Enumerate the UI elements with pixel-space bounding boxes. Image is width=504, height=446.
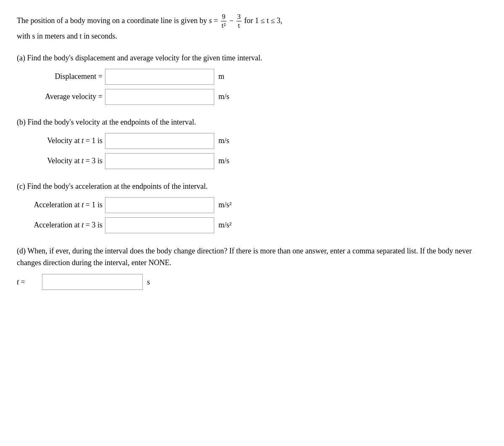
velocity-t3-row: Velocity at t = 3 is m/s	[17, 153, 487, 169]
part-d-title: (d) When, if ever, during the interval d…	[17, 245, 487, 269]
intro-text: The position of a body moving on a coord…	[17, 16, 207, 25]
velocity-t3-label: Velocity at t = 3 is	[17, 156, 105, 165]
minus-sign: −	[229, 16, 236, 25]
part-d: (d) When, if ever, during the interval d…	[17, 245, 487, 290]
acceleration-t1-row: Acceleration at t = 1 is m/s²	[17, 197, 487, 213]
problem-intro: The position of a body moving on a coord…	[17, 13, 487, 42]
velocity-t1-unit: m/s	[218, 136, 229, 145]
velocity-t3-input[interactable]	[105, 153, 214, 169]
s-variable: s	[209, 16, 212, 25]
acceleration-t3-row: Acceleration at t = 3 is m/s²	[17, 217, 487, 233]
part-b-title: (b) Find the body's velocity at the endp…	[17, 117, 487, 128]
part-a: (a) Find the body's displacement and ave…	[17, 52, 487, 105]
avg-velocity-input[interactable]	[105, 89, 214, 105]
part-b: (b) Find the body's velocity at the endp…	[17, 117, 487, 169]
condition-text: for 1 ≤ t ≤ 3,	[244, 16, 283, 25]
t-direction-unit: s	[147, 278, 150, 287]
displacement-label: Displacement =	[17, 72, 105, 81]
avg-velocity-row: Average velocity = m/s	[17, 89, 487, 105]
units-line: with s in meters and t in seconds.	[17, 32, 117, 40]
avg-velocity-label: Average velocity =	[17, 92, 105, 101]
acceleration-t3-label: Acceleration at t = 3 is	[17, 221, 105, 230]
numerator-2: 3	[236, 13, 242, 21]
velocity-t1-row: Velocity at t = 1 is m/s	[17, 133, 487, 149]
part-a-title: (a) Find the body's displacement and ave…	[17, 52, 487, 64]
equals-text: =	[214, 16, 220, 25]
denominator-1: t²	[221, 21, 227, 30]
denominator-2: t	[237, 21, 241, 30]
t-direction-label: t =	[17, 278, 42, 287]
fraction-1: 9 t²	[221, 13, 227, 30]
part-c: (c) Find the body's acceleration at the …	[17, 181, 487, 233]
displacement-unit: m	[218, 72, 224, 81]
acceleration-t1-input[interactable]	[105, 197, 214, 213]
acceleration-t1-label: Acceleration at t = 1 is	[17, 201, 105, 209]
acceleration-t3-unit: m/s²	[218, 221, 231, 230]
acceleration-t1-unit: m/s²	[218, 201, 231, 209]
displacement-input[interactable]	[105, 69, 214, 85]
numerator-1: 9	[221, 13, 226, 21]
velocity-t1-input[interactable]	[105, 133, 214, 149]
displacement-row: Displacement = m	[17, 69, 487, 85]
acceleration-t3-input[interactable]	[105, 217, 214, 233]
velocity-t1-label: Velocity at t = 1 is	[17, 136, 105, 145]
fraction-2: 3 t	[236, 13, 242, 30]
part-c-title: (c) Find the body's acceleration at the …	[17, 181, 487, 192]
avg-velocity-unit: m/s	[218, 92, 229, 101]
t-direction-row: t = s	[17, 274, 487, 290]
velocity-t3-unit: m/s	[218, 156, 229, 165]
t-direction-input[interactable]	[42, 274, 143, 290]
